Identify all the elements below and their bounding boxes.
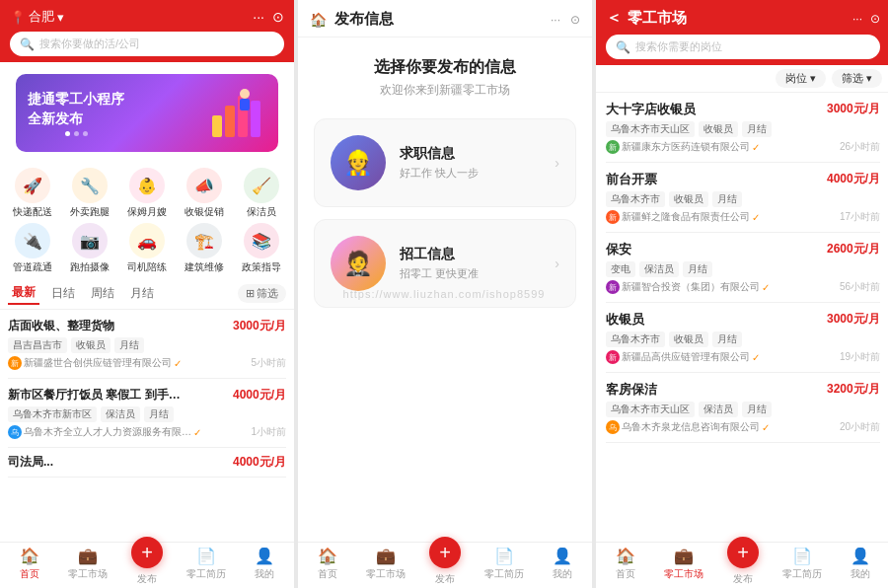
nav2-profile[interactable]: 👤 我的 (533, 547, 592, 586)
market-job-title-row-2: 前台开票 4000元/月 (606, 171, 880, 188)
market-job-title-row-5: 客房保洁 3200元/月 (606, 381, 880, 399)
market-tag-loc-4: 乌鲁木齐市 (606, 331, 665, 347)
verify-badge-2: ✓ (193, 427, 201, 438)
service-item-photo[interactable]: 📷 跑拍摄像 (63, 223, 116, 274)
nav-profile[interactable]: 👤 我的 (235, 547, 294, 586)
nav2-market[interactable]: 💼 零工市场 (357, 547, 416, 586)
banner-line2: 全新发布 (28, 110, 124, 129)
market-company-1: 新 新疆康东方医药连锁有限公司 ✓ (606, 140, 760, 154)
service-item-policy[interactable]: 📚 政策指导 (235, 223, 288, 274)
tab-daily[interactable]: 日结 (47, 283, 79, 304)
filter-label: 筛选 (257, 286, 278, 301)
job-company-row-2: 乌 乌鲁木齐全立人才人力资源服务有限… ✓ 1小时前 (8, 425, 286, 439)
market-company-3: 新 新疆智合投资（集团）有限公司 ✓ (606, 280, 770, 294)
filter-button[interactable]: ⊞ 筛选 (238, 284, 286, 303)
market-job-time-1: 26小时前 (840, 140, 880, 154)
publish-more-icon[interactable]: ··· (551, 13, 560, 27)
pipe-icon: 🔌 (15, 223, 50, 258)
market-job-salary-4: 3000元/月 (827, 311, 880, 329)
nav-market[interactable]: 💼 零工市场 (59, 547, 118, 586)
job-card-2[interactable]: 新市区餐厅打饭员 寒假工 到手… 4000元/月 乌鲁木齐市新市区 保洁员 月结… (8, 379, 286, 448)
service-item-construction[interactable]: 🏗️ 建筑维修 (178, 223, 231, 274)
market-job-3[interactable]: 保安 2600元/月 变电 保洁员 月结 新 新疆智合投资（集团）有限公司 ✓ … (606, 233, 880, 303)
tab-weekly[interactable]: 周结 (87, 283, 118, 304)
market-verify-4: ✓ (752, 352, 760, 363)
service-item-waimai[interactable]: 🔧 外卖跑腿 (63, 168, 116, 219)
service-item-driver[interactable]: 🚗 司机陪练 (120, 223, 174, 274)
seek-job-icon: 👷 (331, 135, 386, 190)
market-verify-5: ✓ (762, 422, 770, 433)
nav3-home[interactable]: 🏠 首页 (596, 547, 655, 586)
market-job-salary-2: 4000元/月 (827, 171, 880, 188)
location-selector[interactable]: 📍 合肥 ▾ (10, 8, 64, 26)
market-company-2: 新 新疆鲜之隆食品有限责任公司 ✓ (606, 210, 760, 224)
market-job-title-row-4: 收银员 3000元/月 (606, 311, 880, 329)
company-icon-2: 乌 (8, 425, 22, 439)
job-tag-pay-1: 月结 (114, 337, 144, 353)
market-search-bar[interactable]: 🔍 搜索你需要的岗位 (606, 35, 880, 59)
market-job-5[interactable]: 客房保洁 3200元/月 乌鲁木齐市天山区 保洁员 月结 乌 乌鲁木齐泉龙信息咨… (606, 373, 880, 443)
filter-position[interactable]: 岗位 ▾ (776, 69, 826, 88)
profile-nav-icon: 👤 (255, 547, 274, 565)
more-icon[interactable]: ··· (253, 9, 264, 25)
nav2-resume[interactable]: 📄 零工简历 (475, 547, 534, 586)
scan-icon[interactable]: ⊙ (272, 9, 284, 25)
publish3-plus-icon[interactable]: + (727, 537, 759, 568)
publish-scan-icon[interactable]: ⊙ (570, 13, 580, 27)
service-item-cashier[interactable]: 📣 收银促销 (178, 168, 231, 219)
job-card-3-partial[interactable]: 司法局... 4000元/月 (8, 448, 286, 478)
publish2-plus-icon[interactable]: + (429, 537, 461, 568)
market-search-icon: 🔍 (616, 40, 630, 54)
market-job-salary-5: 3200元/月 (827, 381, 880, 399)
filter-screen[interactable]: 筛选 ▾ (832, 69, 882, 88)
nav-home[interactable]: 🏠 首页 (0, 547, 59, 586)
market-job-2[interactable]: 前台开票 4000元/月 乌鲁木齐市 收银员 月结 新 新疆鲜之隆食品有限责任公… (606, 163, 880, 233)
construction-icon: 🏗️ (186, 223, 222, 258)
seek-job-title: 求职信息 (400, 145, 479, 163)
publish-prompt: 选择你要发布的信息 欢迎你来到新疆零工市场 (374, 57, 516, 107)
publish-card-recruit[interactable]: 🤵 招工信息 招零工 更快更准 › (314, 219, 576, 308)
market-company-row-5: 乌 乌鲁木齐泉龙信息咨询有限公司 ✓ 20小时前 (606, 420, 880, 434)
job-time-2: 1小时前 (251, 425, 286, 439)
nav2-home[interactable]: 🏠 首页 (298, 547, 357, 586)
market-title-row: ＜ 零工市场 (606, 8, 687, 29)
publish-card-seek[interactable]: 👷 求职信息 好工作 快人一步 › (314, 118, 576, 207)
job-tag-type-2: 保洁员 (101, 406, 140, 422)
nav3-market[interactable]: 💼 零工市场 (655, 547, 714, 586)
express-icon: 🚀 (15, 168, 50, 203)
market-company-icon-1: 新 (606, 140, 620, 154)
service-item-pipe[interactable]: 🔌 管道疏通 (6, 223, 59, 274)
nav3-resume[interactable]: 📄 零工简历 (773, 547, 832, 586)
market-job-1[interactable]: 大十字店收银员 3000元/月 乌鲁木齐市天山区 收银员 月结 新 新疆康东方医… (606, 93, 880, 163)
job-card-1[interactable]: 店面收银、整理货物 3000元/月 昌吉昌吉市 收银员 月结 新 新疆盛世合创供… (8, 310, 286, 379)
service-item-nanny[interactable]: 👶 保姆月嫂 (120, 168, 174, 219)
market-back-icon[interactable]: ＜ (606, 8, 622, 29)
market-job-title-row-3: 保安 2600元/月 (606, 241, 880, 258)
tab-monthly[interactable]: 月结 (126, 283, 158, 304)
market-bottom-nav: 🏠 首页 💼 零工市场 + 发布 📄 零工简历 👤 我的 (596, 542, 888, 588)
waimai-label: 外卖跑腿 (70, 205, 110, 219)
home-search-bar[interactable]: 🔍 搜索你要做的活/公司 (10, 32, 284, 56)
publish-plus-icon[interactable]: + (131, 537, 163, 568)
recruit-title: 招工信息 (400, 246, 479, 263)
nav2-publish[interactable]: + 发布 (415, 547, 475, 586)
job-tag-pay-2: 月结 (144, 406, 174, 422)
market-tag-loc-3: 变电 (606, 261, 635, 277)
nav3-publish[interactable]: + 发布 (713, 547, 773, 586)
market-tag-type-4: 收银员 (669, 331, 708, 347)
market-scan-icon[interactable]: ⊙ (870, 12, 880, 26)
nav-publish[interactable]: + 发布 (117, 547, 177, 586)
nav-resume[interactable]: 📄 零工简历 (177, 547, 236, 586)
service-item-cleaner[interactable]: 🧹 保洁员 (235, 168, 288, 219)
market-job-4[interactable]: 收银员 3000元/月 乌鲁木齐市 收银员 月结 新 新疆品高供应链管理有限公司… (606, 303, 880, 373)
seek-job-subtitle: 好工作 快人一步 (400, 166, 479, 181)
tab-latest[interactable]: 最新 (8, 282, 39, 305)
market-more-icon[interactable]: ··· (852, 12, 862, 26)
market-header-top: ＜ 零工市场 ··· ⊙ (606, 8, 880, 29)
job-salary-2: 4000元/月 (233, 387, 286, 404)
publish-header-icons: ··· ⊙ (551, 13, 580, 27)
nav3-profile[interactable]: 👤 我的 (831, 547, 888, 586)
service-item-express[interactable]: 🚀 快递配送 (6, 168, 59, 219)
market-tag-pay-2: 月结 (712, 191, 742, 207)
market-company-icon-4: 新 (606, 350, 620, 364)
